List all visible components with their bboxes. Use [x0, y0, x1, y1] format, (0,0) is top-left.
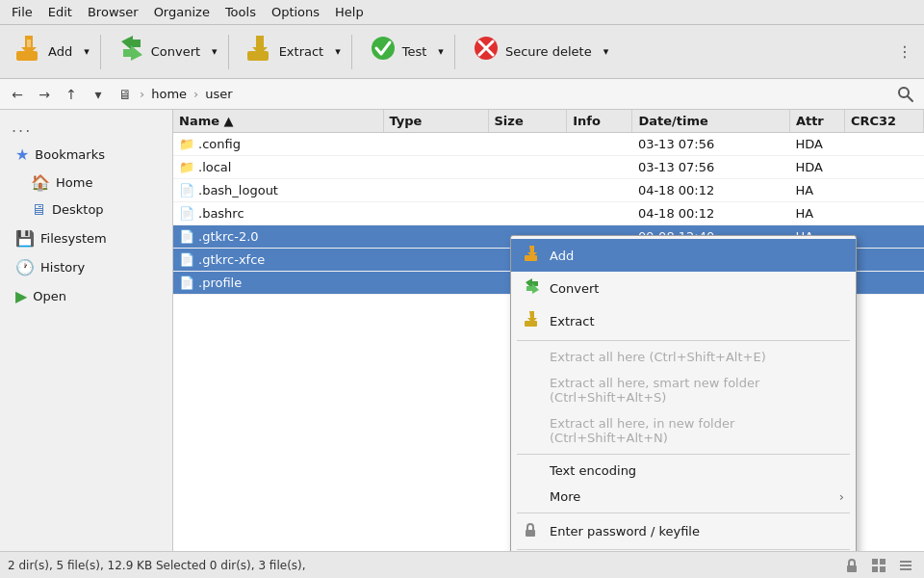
convert-dropdown[interactable]: ▾ [209, 43, 220, 60]
file-size-cell [488, 179, 567, 202]
svg-line-12 [908, 96, 912, 101]
ctx-label-extract-new-folder: Extract all here, in new folder (Ctrl+Sh… [550, 416, 844, 445]
toolbar-sep-1 [100, 35, 101, 69]
grid-status-button[interactable] [868, 555, 889, 576]
secure-delete-button[interactable]: Secure delete [463, 29, 601, 74]
sidebar-item-home[interactable]: 🏠 Home [4, 170, 168, 196]
file-name-cell: 📄.gtkrc-xfce [173, 249, 383, 272]
ctx-item-extract-smart: Extract all here, smart new folder (Ctrl… [511, 370, 856, 410]
convert-button[interactable]: Convert [109, 29, 209, 74]
path-dropdown-button[interactable]: ▾ [87, 83, 110, 106]
file-name-cell: 📁.config [173, 133, 383, 156]
col-header-size[interactable]: Size [488, 110, 567, 133]
menu-options[interactable]: Options [264, 3, 327, 21]
test-label: Test [402, 44, 427, 59]
svg-rect-20 [847, 565, 857, 572]
col-header-crc[interactable]: CRC32 [844, 110, 923, 133]
ctx-item-convert[interactable]: Convert [511, 272, 856, 304]
table-row[interactable]: 📁.local 03-13 07:56 HDA [173, 156, 924, 179]
file-datetime-cell: 04-18 00:12 [632, 202, 790, 225]
sidebar-item-filesystem[interactable]: 💾 Filesystem [4, 224, 168, 252]
statusbar-text: 2 dir(s), 5 file(s), 12.9 KB Selected 0 … [8, 559, 832, 572]
test-dropdown[interactable]: ▾ [435, 43, 447, 60]
menu-help[interactable]: Help [327, 3, 372, 21]
toolbar-more-button[interactable]: ⋮ [891, 39, 918, 65]
file-type-cell [383, 272, 488, 295]
file-type-cell [383, 225, 488, 249]
ctx-item-text-encoding[interactable]: Text encoding [511, 458, 856, 484]
table-row[interactable]: 📄.bash_logout 04-18 00:12 HA [173, 179, 924, 202]
ctx-sep-after-more [517, 512, 850, 513]
sidebar-item-history[interactable]: 🕐 History [4, 253, 168, 281]
file-type-icon: 📄 [179, 252, 194, 267]
col-header-attr[interactable]: Attr [789, 110, 844, 133]
ctx-add-icon [523, 245, 542, 266]
back-button[interactable]: ← [6, 83, 29, 106]
lock-status-button[interactable] [841, 555, 862, 576]
sidebar-open-label: Open [33, 289, 66, 303]
ctx-extract-icon [523, 310, 542, 331]
extract-button[interactable]: Extract [237, 29, 333, 74]
menu-tools[interactable]: Tools [218, 3, 264, 21]
list-status-button[interactable] [895, 555, 916, 576]
file-size-cell [488, 202, 567, 225]
statusbar: 2 dir(s), 5 file(s), 12.9 KB Selected 0 … [0, 551, 924, 578]
col-header-datetime[interactable]: Date/time [632, 110, 790, 133]
convert-label: Convert [151, 44, 200, 59]
toolbar: Add ▾ Convert ▾ Extract ▾ [0, 25, 924, 79]
add-button[interactable]: Add [6, 29, 81, 74]
sidebar-item-bookmarks[interactable]: ★ Bookmarks [4, 141, 168, 169]
ctx-item-extract[interactable]: Extract [511, 304, 856, 337]
ctx-label-extract: Extract [550, 314, 844, 328]
forward-button[interactable]: → [33, 83, 56, 106]
table-row[interactable]: 📄.bashrc 04-18 00:12 HA [173, 202, 924, 225]
up-button[interactable]: ↑ [60, 83, 83, 106]
extract-dropdown[interactable]: ▾ [332, 43, 344, 60]
sidebar-item-desktop[interactable]: 🖥 Desktop [4, 197, 168, 223]
sidebar-more[interactable]: ... [0, 114, 172, 140]
file-type-icon: 📁 [179, 160, 194, 174]
col-header-name[interactable]: Name ▲ [173, 110, 383, 133]
ctx-sep-after-enter-password [517, 549, 850, 550]
file-type-icon: 📄 [179, 229, 194, 244]
add-dropdown[interactable]: ▾ [81, 43, 92, 60]
file-datetime-cell: 04-18 00:12 [632, 179, 790, 202]
ctx-label-enter-password: Enter password / keyfile [550, 524, 844, 539]
menu-organize[interactable]: Organize [146, 3, 218, 21]
ctx-item-add[interactable]: Add [511, 239, 856, 272]
file-type-icon: 📄 [179, 183, 194, 197]
test-button[interactable]: Test [360, 29, 436, 74]
ctx-label-text-encoding: Text encoding [550, 463, 844, 478]
sidebar-bookmarks-label: Bookmarks [35, 147, 105, 162]
svg-rect-21 [872, 559, 878, 565]
convert-icon [117, 34, 146, 69]
file-info-cell [567, 133, 632, 156]
extract-label: Extract [279, 44, 324, 59]
file-info-cell [567, 156, 632, 179]
svg-marker-4 [123, 45, 142, 61]
file-attr-cell: HA [789, 202, 844, 225]
menu-browser[interactable]: Browser [80, 3, 146, 21]
col-header-type[interactable]: Type [383, 110, 488, 133]
user-path-button[interactable]: user [201, 85, 236, 103]
history-icon: 🕐 [15, 258, 35, 276]
file-datetime-cell: 03-13 07:56 [632, 133, 790, 156]
ctx-item-enter-password[interactable]: Enter password / keyfile [511, 516, 856, 546]
ctx-item-more[interactable]: More› [511, 484, 856, 510]
menu-edit[interactable]: Edit [40, 3, 80, 21]
file-crc-cell [844, 156, 923, 179]
file-type-icon: 📄 [179, 206, 194, 221]
col-header-info[interactable]: Info [567, 110, 632, 133]
search-button[interactable] [893, 82, 918, 107]
file-type-cell [383, 133, 488, 156]
menu-file[interactable]: File [4, 3, 40, 21]
test-icon [369, 34, 398, 69]
main-area: ... ★ Bookmarks 🏠 Home 🖥 Desktop 💾 Files… [0, 110, 924, 551]
toolbar-sep-3 [351, 35, 352, 69]
computer-path-button[interactable]: 🖥 [114, 83, 137, 106]
table-row[interactable]: 📁.config 03-13 07:56 HDA [173, 133, 924, 156]
sidebar-item-open[interactable]: ▶ Open [4, 282, 168, 310]
svg-rect-25 [900, 561, 911, 563]
home-path-button[interactable]: home [147, 85, 191, 103]
secure-delete-dropdown[interactable]: ▾ [601, 43, 612, 60]
